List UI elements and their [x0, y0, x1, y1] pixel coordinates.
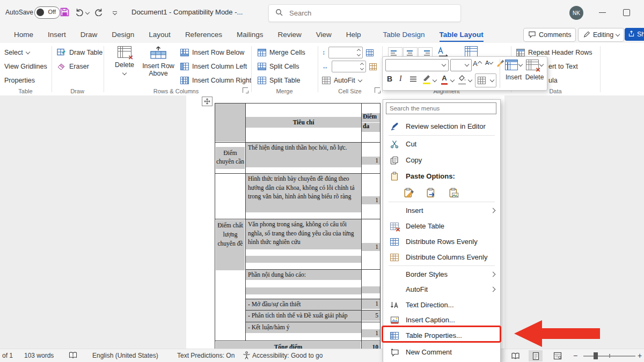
minimize-button[interactable]	[599, 12, 606, 13]
tab-insert[interactable]: Insert	[48, 31, 66, 39]
table-move-handle[interactable]	[202, 97, 213, 106]
insert-row-above-button[interactable]: Insert Row Above	[141, 46, 176, 77]
convert-to-text-button[interactable]: ert to Text	[548, 61, 578, 72]
shading-chevron-icon[interactable]	[468, 78, 472, 82]
zoom-slider-thumb[interactable]	[594, 352, 598, 359]
table-cell[interactable]: Hình thức trình bày chuyên đề đúng theo …	[246, 174, 362, 219]
bold-button[interactable]: B	[387, 75, 392, 83]
customize-quick-access-button[interactable]	[108, 6, 121, 19]
tab-help[interactable]: Help	[346, 31, 361, 39]
tab-view[interactable]: View	[316, 31, 332, 39]
undo-dropdown-chevron-icon[interactable]	[85, 10, 90, 14]
select-button[interactable]: Select	[4, 47, 30, 58]
insert-column-left-button[interactable]: Insert Column Left	[180, 61, 247, 72]
menu-item-distribute-rows[interactable]: Distribute Rows Evenly	[383, 234, 500, 249]
zoom-out-button[interactable]: −	[573, 351, 577, 360]
column-width-spinner[interactable]	[332, 61, 366, 72]
avatar[interactable]: NK	[569, 6, 583, 20]
row-height-spinner[interactable]	[328, 47, 363, 58]
cell-size-dialog-launcher-icon[interactable]	[375, 87, 380, 93]
table-cell[interactable]	[215, 174, 246, 219]
table-cell[interactable]: Điểm chất lượng chuyên đề	[215, 219, 246, 341]
tab-home[interactable]: Home	[14, 31, 33, 39]
font-name-combo[interactable]	[385, 59, 449, 71]
tab-mailings[interactable]: Mailings	[237, 31, 264, 39]
menu-item-review-editor[interactable]: Review selection in Editor	[383, 119, 500, 134]
table-cell[interactable]: Điểm chuyên cần	[215, 143, 246, 174]
table-cell[interactable]: 1	[362, 174, 380, 219]
menu-item-table-properties[interactable]: Table Properties...	[383, 328, 500, 343]
font-size-combo[interactable]	[450, 59, 472, 71]
menu-item-copy[interactable]: Copy	[383, 152, 500, 168]
proofing-book-icon[interactable]	[69, 351, 77, 361]
insert-row-below-button[interactable]: Insert Row Below	[180, 47, 244, 58]
comments-button[interactable]: Comments	[523, 28, 576, 42]
redo-button[interactable]	[92, 6, 105, 19]
tab-draw[interactable]: Draw	[80, 31, 98, 39]
menu-item-cut[interactable]: Cut	[383, 136, 500, 152]
menu-item-insert[interactable]: Insert	[383, 203, 500, 218]
tab-references[interactable]: References	[185, 31, 222, 39]
undo-button[interactable]	[73, 6, 86, 19]
borders-button[interactable]	[475, 73, 496, 87]
share-button[interactable]: Sha	[625, 28, 644, 41]
search-input[interactable]	[288, 9, 425, 18]
table-cell[interactable]: 5	[362, 311, 380, 322]
eraser-button[interactable]: Eraser	[57, 61, 89, 72]
table-cell[interactable]: 1	[362, 143, 380, 174]
autosave-toggle[interactable]: Off	[34, 6, 60, 19]
formula-button[interactable]: ula	[548, 75, 558, 86]
shrink-font-button[interactable]: A	[485, 60, 493, 66]
word-count[interactable]: 103 words	[24, 352, 54, 359]
merge-cells-button[interactable]: Merge Cells	[258, 47, 305, 58]
table-cell[interactable]: 1	[362, 219, 380, 270]
table-cell[interactable]: - Mở đầu/sự cần thiết	[246, 299, 362, 311]
table-cell[interactable]: Điểmđa	[362, 104, 380, 143]
shading-button[interactable]	[458, 74, 466, 84]
delete-button[interactable]: Delete	[111, 46, 138, 75]
table-cell[interactable]	[362, 270, 380, 299]
tab-layout[interactable]: Layout	[149, 31, 171, 39]
highlight-color-button[interactable]	[422, 74, 431, 84]
restore-button[interactable]	[623, 9, 630, 16]
table-cell[interactable]: - Phân tích tình thế và Đề xuất giải phá…	[246, 311, 362, 322]
tab-table-layout[interactable]: Table Layout	[440, 31, 484, 42]
cell-margins-button[interactable]	[465, 46, 478, 57]
menu-item-new-comment[interactable]: New Comment	[383, 344, 500, 360]
split-table-button[interactable]: Split Table	[258, 75, 300, 86]
table-cell[interactable]: Văn phong trong sáng, không có câu tối n…	[246, 219, 362, 270]
menu-item-border-styles[interactable]: Border Styles	[383, 267, 500, 282]
print-layout-button[interactable]	[529, 350, 543, 361]
menu-item-distribute-columns[interactable]: Distribute Columns Evenly	[383, 249, 500, 265]
tab-design[interactable]: Design	[112, 31, 134, 39]
row-height-control[interactable]: ↕	[322, 47, 374, 58]
mini-insert-button[interactable]: Insert	[504, 60, 523, 81]
split-cells-button[interactable]: Split Cells	[258, 61, 299, 72]
grading-table[interactable]: Tiêu chí Điểmđa Điểm chuyên cần Thể hiện…	[215, 103, 380, 354]
table-cell[interactable]	[215, 104, 246, 143]
menu-item-insert-caption[interactable]: Insert Caption...	[383, 312, 500, 328]
column-width-control[interactable]: ↔	[322, 61, 377, 72]
distribute-columns-icon[interactable]	[369, 63, 377, 70]
highlight-chevron-icon[interactable]	[433, 78, 437, 82]
text-predictions-indicator[interactable]: Text Predictions: On	[177, 352, 235, 359]
properties-button[interactable]: Properties	[4, 75, 35, 86]
search-bar[interactable]	[268, 4, 461, 22]
font-color-button[interactable]: A	[441, 74, 448, 84]
table-cell[interactable]: Thể hiện đúng tinh thần học hỏi, nỗ lực.	[246, 143, 362, 174]
page-indicator[interactable]: of 1	[2, 352, 13, 359]
draw-table-button[interactable]: Draw Table	[57, 47, 103, 58]
mini-delete-button[interactable]: Delete	[524, 60, 545, 81]
menu-item-autofit[interactable]: AutoFit	[383, 282, 500, 297]
menu-item-text-direction[interactable]: Text Direction...	[383, 297, 500, 313]
zoom-in-button[interactable]: +	[638, 351, 642, 360]
grow-font-button[interactable]: A	[473, 60, 481, 68]
menu-search-input[interactable]	[386, 103, 496, 114]
accessibility-status[interactable]: Accessibility: Good to go	[252, 352, 323, 359]
table-cell[interactable]: - Kết luận/hàm ý	[246, 322, 362, 341]
menu-item-delete-table[interactable]: Delete Table	[383, 218, 500, 234]
tab-review[interactable]: Review	[277, 31, 301, 39]
paste-merge-icon[interactable]	[426, 188, 437, 198]
read-mode-button[interactable]	[508, 350, 522, 361]
italic-button[interactable]: I	[399, 75, 402, 83]
